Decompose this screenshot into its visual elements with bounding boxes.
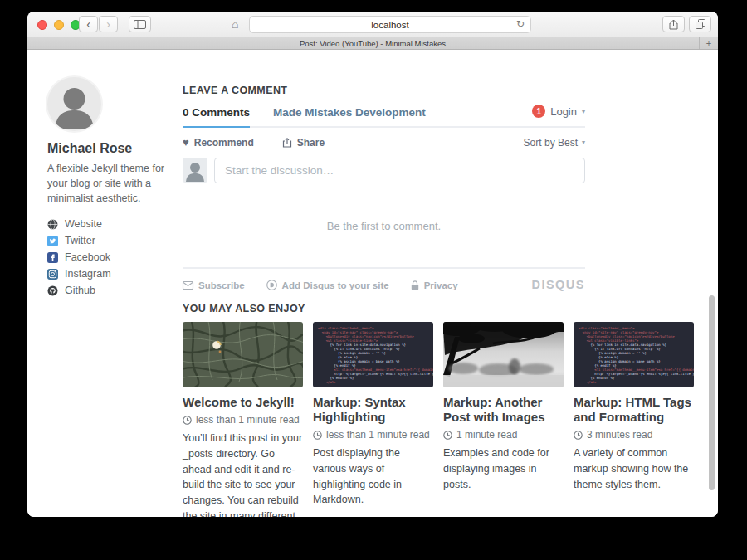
- heart-icon: ♥: [183, 136, 189, 149]
- globe-icon: [47, 219, 58, 230]
- comment-input[interactable]: [214, 158, 585, 183]
- misty-trees-photo-image: [443, 322, 564, 387]
- privacy-link[interactable]: Privacy: [411, 280, 458, 290]
- sidebar-item-twitter[interactable]: Twitter: [47, 235, 172, 246]
- back-button[interactable]: ‹: [79, 16, 98, 32]
- read-time: less than 1 minute read: [183, 414, 303, 426]
- disqus-tabs: 0 Comments Made Mistakes Development 1 L…: [183, 106, 585, 128]
- clock-icon: [313, 431, 322, 440]
- misty-trees-photo[interactable]: [443, 322, 564, 387]
- related-card: Welcome to Jekyll! less than 1 minute re…: [183, 322, 303, 517]
- disqus-d-icon: [266, 280, 277, 290]
- disqus-actions-row: ♥ Recommend Share Sort by Best ▾: [183, 136, 585, 149]
- vertical-scrollbar[interactable]: [709, 295, 715, 490]
- read-time: 1 minute read: [443, 429, 564, 441]
- tabs-icon: [696, 19, 706, 29]
- github-icon: [47, 285, 58, 296]
- recommend-button[interactable]: ♥ Recommend: [183, 136, 254, 149]
- sidebar-link-label: Facebook: [65, 251, 110, 263]
- person-silhouette-icon: [183, 158, 208, 183]
- tab-comment-count[interactable]: 0 Comments: [183, 106, 250, 128]
- related-post-excerpt: You’ll find this post in your _posts dir…: [183, 431, 303, 517]
- related-post-title[interactable]: Welcome to Jekyll!: [183, 395, 303, 410]
- related-post-excerpt: A variety of common markup showing how t…: [574, 446, 694, 492]
- envelope-icon: [183, 281, 193, 290]
- add-disqus-link[interactable]: Add Disqus to your site: [266, 280, 389, 290]
- share-icon: [669, 19, 678, 30]
- close-window-button[interactable]: [37, 20, 47, 30]
- code-screenshot[interactable]: <div class="masthead__menu"> <nav id="si…: [574, 322, 694, 387]
- read-time-label: 1 minute read: [456, 429, 517, 441]
- read-time: 3 minutes read: [574, 429, 694, 441]
- active-tab-title[interactable]: Post: Video (YouTube) - Minimal Mistakes: [300, 39, 446, 48]
- browser-titlebar: ‹ › ⌂ localhost ↻: [27, 12, 718, 37]
- related-posts-section: YOU MAY ALSO ENJOY: [183, 303, 694, 517]
- comments-heading: LEAVE A COMMENT: [183, 85, 585, 96]
- read-time-label: less than 1 minute read: [326, 429, 430, 441]
- related-heading: YOU MAY ALSO ENJOY: [183, 303, 694, 314]
- code-screenshot[interactable]: <div class="masthead__menu"> <nav id="si…: [313, 322, 433, 387]
- sidebar-toggle-button[interactable]: [129, 16, 151, 32]
- related-card: <div class="masthead__menu"> <nav id="si…: [574, 322, 694, 517]
- green-foam-photo-image: [183, 322, 303, 387]
- notification-badge: 1: [532, 105, 545, 118]
- sidebar-link-label: Website: [65, 218, 102, 230]
- sidebar-link-label: Twitter: [65, 235, 95, 246]
- clock-icon: [443, 431, 452, 440]
- back-icon: ‹: [86, 17, 90, 31]
- share-comments-button[interactable]: Share: [282, 137, 325, 149]
- related-post-title[interactable]: Markup: HTML Tags and Formatting: [574, 395, 694, 425]
- forward-icon: ›: [106, 17, 110, 31]
- related-post-title[interactable]: Markup: Another Post with Images: [443, 395, 564, 425]
- sidebar-item-instagram[interactable]: Instagram: [47, 268, 172, 280]
- read-time-label: less than 1 minute read: [196, 414, 300, 426]
- clock-icon: [183, 416, 192, 425]
- comments-section: LEAVE A COMMENT 0 Comments Made Mistakes…: [183, 66, 585, 290]
- add-disqus-label: Add Disqus to your site: [282, 280, 389, 290]
- related-card: Markup: Another Post with Images 1 minut…: [443, 322, 564, 517]
- sidebar-link-label: Instagram: [65, 268, 111, 280]
- login-label: Login: [550, 105, 577, 118]
- empty-comments-message: Be the first to comment.: [183, 220, 585, 232]
- minimize-window-button[interactable]: [54, 20, 64, 30]
- sort-by-best-dropdown[interactable]: Sort by Best ▾: [524, 137, 585, 149]
- login-button[interactable]: 1 Login ▾: [532, 105, 585, 118]
- recommend-label: Recommend: [194, 137, 254, 149]
- related-post-title[interactable]: Markup: Syntax Highlighting: [313, 395, 433, 425]
- disqus-logo[interactable]: DISQUS: [531, 278, 585, 291]
- twitter-icon: [47, 236, 58, 246]
- lock-icon: [411, 280, 419, 290]
- related-post-excerpt: Examples and code for displaying images …: [443, 446, 564, 492]
- clock-icon: [574, 431, 583, 440]
- share-button[interactable]: [662, 16, 685, 32]
- subscribe-label: Subscribe: [198, 280, 245, 290]
- chevron-down-icon: ▾: [582, 139, 585, 146]
- share-label: Share: [297, 137, 325, 149]
- green-foam-photo[interactable]: [183, 322, 303, 387]
- subscribe-link[interactable]: Subscribe: [183, 280, 245, 290]
- sidebar-item-facebook[interactable]: Facebook: [47, 251, 172, 263]
- show-all-tabs-button[interactable]: [689, 16, 711, 32]
- home-icon[interactable]: ⌂: [232, 17, 238, 32]
- person-silhouette-icon: [47, 77, 101, 131]
- sidebar-link-label: Github: [65, 285, 95, 296]
- author-links: Website Twitter Facebook: [47, 218, 172, 296]
- related-card: <div class="masthead__menu"> <nav id="si…: [313, 322, 433, 517]
- facebook-icon: [47, 252, 58, 263]
- read-time: less than 1 minute read: [313, 429, 433, 441]
- sidebar-item-website[interactable]: Website: [47, 218, 172, 230]
- comment-form: [183, 158, 585, 183]
- address-bar[interactable]: localhost ↻: [249, 16, 531, 33]
- chevron-down-icon: ▾: [582, 108, 585, 115]
- forward-button[interactable]: ›: [99, 16, 118, 32]
- new-tab-button[interactable]: +: [699, 37, 718, 49]
- page-content: Michael Rose A flexible Jekyll theme for…: [27, 51, 718, 517]
- author-name: Michael Rose: [47, 141, 172, 156]
- url-text: localhost: [371, 20, 408, 30]
- browser-window: ‹ › ⌂ localhost ↻ Post: Video (YouTube) …: [27, 12, 718, 517]
- related-cards: Welcome to Jekyll! less than 1 minute re…: [183, 322, 694, 517]
- tab-community[interactable]: Made Mistakes Development: [273, 106, 426, 126]
- related-post-excerpt: Post displaying the various ways of high…: [313, 446, 433, 508]
- reload-icon[interactable]: ↻: [516, 18, 525, 30]
- sidebar-item-github[interactable]: Github: [47, 285, 172, 296]
